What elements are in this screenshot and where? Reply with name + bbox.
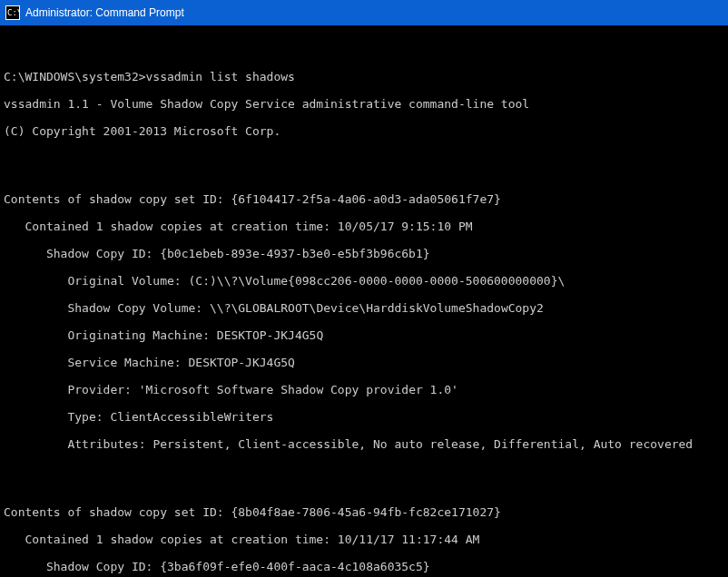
terminal-output[interactable]: C:\WINDOWS\system32>vssadmin list shadow… — [0, 25, 728, 577]
command-text: vssadmin list shadows — [146, 70, 295, 83]
attributes: Attributes: Persistent, Client-accessibl… — [4, 437, 724, 451]
set-count: Contained 1 shadow copies at creation ti… — [4, 220, 724, 233]
window-titlebar[interactable]: C:\ Administrator: Command Prompt — [0, 0, 728, 25]
cmd-icon: C:\ — [5, 5, 20, 20]
set-header: Contents of shadow copy set ID: {8b04f8a… — [4, 505, 724, 519]
shadow-id: Shadow Copy ID: {b0c1ebeb-893e-4937-b3e0… — [4, 247, 724, 260]
blank-line — [4, 465, 724, 478]
orig-machine: Originating Machine: DESKTOP-JKJ4G5Q — [4, 328, 724, 342]
service-machine: Service Machine: DESKTOP-JKJ4G5Q — [4, 356, 724, 369]
prompt-path: C:\WINDOWS\system32> — [4, 70, 146, 83]
prompt-line: C:\WINDOWS\system32>vssadmin list shadow… — [4, 70, 724, 83]
set-header: Contents of shadow copy set ID: {6f10441… — [4, 192, 724, 206]
window-title: Administrator: Command Prompt — [25, 6, 184, 19]
provider: Provider: 'Microsoft Software Shadow Cop… — [4, 383, 724, 396]
header-line-1: vssadmin 1.1 - Volume Shadow Copy Servic… — [4, 97, 724, 111]
blank-line — [4, 43, 724, 56]
set-count: Contained 1 shadow copies at creation ti… — [4, 533, 724, 546]
shadow-id: Shadow Copy ID: {3ba6f09f-efe0-400f-aaca… — [4, 560, 724, 573]
original-volume: Original Volume: (C:)\\?\Volume{098cc206… — [4, 274, 724, 288]
shadow-volume: Shadow Copy Volume: \\?\GLOBALROOT\Devic… — [4, 301, 724, 315]
header-line-2: (C) Copyright 2001-2013 Microsoft Corp. — [4, 124, 724, 138]
svg-text:C:\: C:\ — [7, 8, 20, 17]
type: Type: ClientAccessibleWriters — [4, 410, 724, 424]
blank-line — [4, 152, 724, 165]
